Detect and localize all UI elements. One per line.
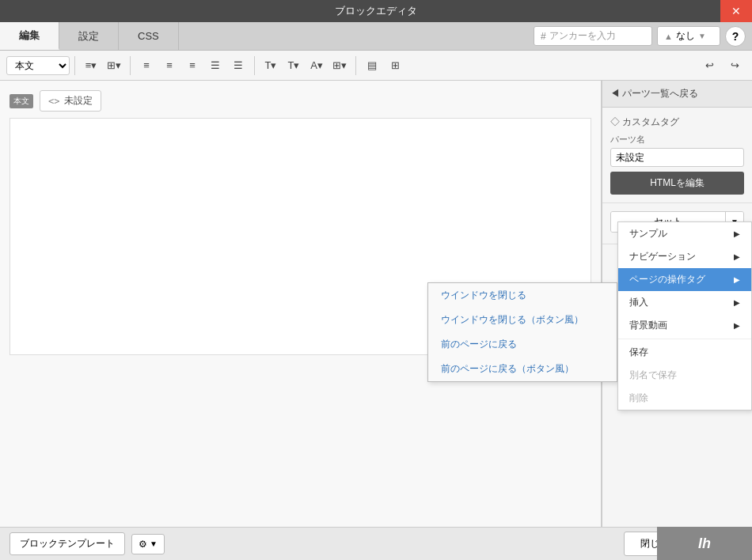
align-indent-btn[interactable]: ☰ xyxy=(227,55,249,77)
none-dropdown[interactable]: ▲ なし ▼ xyxy=(657,26,720,46)
status-text: Ih xyxy=(698,535,711,552)
submenu-close-window[interactable]: ウインドウを閉じる xyxy=(428,283,617,308)
menu-item-save-as[interactable]: 別名で保存 xyxy=(618,364,751,387)
table-btn[interactable]: ⊞ xyxy=(384,55,406,77)
toolbar-sep-4 xyxy=(355,56,356,75)
align-justify-btn[interactable]: ☰ xyxy=(204,55,226,77)
title-text: ブロックエディタ xyxy=(335,4,417,18)
list-btn[interactable]: ≡▾ xyxy=(80,55,102,77)
set-section: セット ▼ サンプル ▶ ナビゲーション ▶ ページの操作タグ ▶ 挿入 xyxy=(602,203,752,244)
color-btn[interactable]: A▾ xyxy=(306,55,328,77)
status-bar: Ih xyxy=(657,527,752,560)
style-select[interactable]: 本文 xyxy=(6,56,70,75)
anchor-icon: # xyxy=(541,31,546,42)
menu-item-page-operation[interactable]: ページの操作タグ ▶ xyxy=(618,268,751,291)
anchor-placeholder: アンカーを入力 xyxy=(549,29,616,43)
tag-icon: <> xyxy=(48,96,59,107)
gear-arrow: ▼ xyxy=(150,539,158,548)
block-element[interactable]: <> 未設定 xyxy=(40,90,101,112)
arrow-icon: ▶ xyxy=(734,321,740,330)
menu-separator xyxy=(618,339,751,339)
gear-icon: ⚙ xyxy=(139,539,147,550)
align-center-btn[interactable]: ≡ xyxy=(158,55,180,77)
submenu-close-window-btn[interactable]: ウインドウを閉じる（ボタン風） xyxy=(428,308,617,332)
section-title: ◇ カスタムタグ xyxy=(610,115,744,129)
block-tag-row: 本文 <> 未設定 xyxy=(9,90,591,112)
redo-btn[interactable]: ↪ xyxy=(724,55,746,77)
font-size-btn[interactable]: T▾ xyxy=(260,55,282,77)
layout-btn[interactable]: ⊞▾ xyxy=(329,55,351,77)
parts-name-input[interactable] xyxy=(610,148,744,167)
set-dropdown-menu: サンプル ▶ ナビゲーション ▶ ページの操作タグ ▶ 挿入 ▶ 背景動画 xyxy=(617,221,752,411)
text-format-btn[interactable]: T▾ xyxy=(283,55,305,77)
help-button[interactable]: ? xyxy=(725,26,746,47)
close-window-btn[interactable]: ✕ xyxy=(720,0,752,22)
html-edit-btn[interactable]: HTMLを編集 xyxy=(610,172,744,195)
block-badge: 本文 xyxy=(9,94,33,108)
tab-edit[interactable]: 編集 xyxy=(0,22,59,50)
undo-redo: ↩ ↪ xyxy=(698,55,746,77)
image-btn[interactable]: ▤ xyxy=(361,55,383,77)
arrow-icon: ▶ xyxy=(734,252,740,261)
gear-btn[interactable]: ⚙ ▼ xyxy=(131,534,165,554)
media-buttons: ▤ ⊞ xyxy=(361,55,406,77)
anchor-input[interactable]: # アンカーを入力 xyxy=(534,26,652,46)
submenu-panel: ウインドウを閉じる ウインドウを閉じる（ボタン風） 前のページに戻る 前のページ… xyxy=(427,282,617,382)
menu-item-insert[interactable]: 挿入 ▶ xyxy=(618,291,751,314)
tab-right-controls: # アンカーを入力 ▲ なし ▼ ? xyxy=(534,22,752,50)
toolbar-sep-2 xyxy=(130,56,131,75)
align-left-btn[interactable]: ≡ xyxy=(135,55,158,77)
template-btn[interactable]: ブロックテンプレート xyxy=(9,532,125,555)
menu-item-delete[interactable]: 削除 xyxy=(618,387,751,410)
right-panel: ◀ パーツ一覧へ戻る ◇ カスタムタグ パーツ名 HTMLを編集 セット ▼ サ… xyxy=(602,81,752,527)
list-buttons: ≡▾ ⊞▾ xyxy=(80,55,125,77)
main-area: 本文 <> 未設定 ◀ パーツ一覧へ戻る ◇ カスタムタグ パーツ名 HTMLを… xyxy=(0,81,752,527)
indent-btn[interactable]: ⊞▾ xyxy=(103,55,125,77)
tab-bar: 編集 設定 CSS # アンカーを入力 ▲ なし ▼ ? xyxy=(0,22,752,51)
toolbar-sep-3 xyxy=(254,56,255,75)
arrow-icon: ▶ xyxy=(734,298,740,307)
title-bar: ブロックエディタ ✕ xyxy=(0,0,752,22)
toolbar: 本文 ≡▾ ⊞▾ ≡ ≡ ≡ ☰ ☰ T▾ T▾ A▾ ⊞▾ ▤ ⊞ ↩ ↪ xyxy=(0,51,752,81)
undo-btn[interactable]: ↩ xyxy=(698,55,720,77)
align-buttons: ≡ ≡ ≡ ☰ ☰ xyxy=(135,55,249,77)
none-label: なし xyxy=(676,29,695,43)
menu-item-navigation[interactable]: ナビゲーション ▶ xyxy=(618,245,751,268)
menu-item-sample[interactable]: サンプル ▶ xyxy=(618,222,751,245)
menu-item-bg-video[interactable]: 背景動画 ▶ xyxy=(618,314,751,337)
custom-tag-section: ◇ カスタムタグ パーツ名 HTMLを編集 xyxy=(602,108,752,203)
align-right-btn[interactable]: ≡ xyxy=(181,55,203,77)
arrow-icon: ▶ xyxy=(734,229,740,238)
menu-item-save[interactable]: 保存 xyxy=(618,341,751,364)
element-label: 未設定 xyxy=(64,94,93,108)
tab-settings[interactable]: 設定 xyxy=(59,22,119,50)
back-to-parts[interactable]: ◀ パーツ一覧へ戻る xyxy=(602,81,752,108)
submenu-back-page[interactable]: 前のページに戻る xyxy=(428,332,617,357)
parts-name-label: パーツ名 xyxy=(610,134,744,146)
tab-css[interactable]: CSS xyxy=(119,22,179,50)
bottom-bar: ブロックテンプレート ⚙ ▼ 閉じる 適用 xyxy=(0,527,752,560)
text-style-buttons: T▾ T▾ A▾ ⊞▾ xyxy=(260,55,351,77)
arrow-icon: ▶ xyxy=(734,275,740,284)
submenu-back-page-btn[interactable]: 前のページに戻る（ボタン風） xyxy=(428,357,617,381)
toolbar-sep-1 xyxy=(74,56,75,75)
